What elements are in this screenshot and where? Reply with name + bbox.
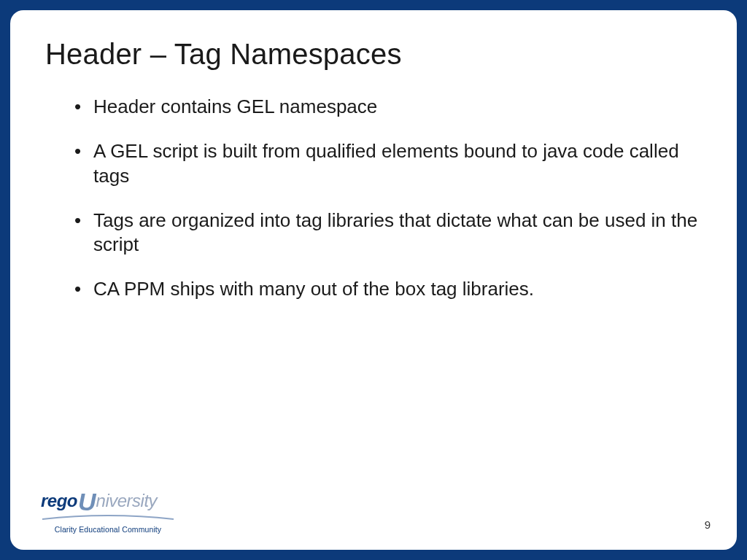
slide-card: Header – Tag Namespaces Header contains …: [10, 10, 737, 550]
list-item: A GEL script is built from qualified ele…: [74, 139, 702, 188]
logo-text-rego: rego: [41, 491, 77, 511]
swoosh-icon: [41, 514, 175, 521]
list-item: Header contains GEL namespace: [74, 95, 702, 119]
slide-title: Header – Tag Namespaces: [45, 38, 702, 70]
bullet-list: Header contains GEL namespace A GEL scri…: [45, 95, 702, 302]
page-number: 9: [705, 518, 711, 531]
list-item: Tags are organized into tag libraries th…: [74, 209, 702, 257]
logo-tagline: Clarity Educational Community: [41, 525, 175, 534]
brand-logo: rego U niversity Clarity Educational Com…: [41, 490, 187, 534]
slide-frame: Header – Tag Namespaces Header contains …: [0, 0, 747, 560]
logo-text-u: U: [78, 491, 96, 513]
logo-wordmark: rego U niversity: [41, 490, 187, 511]
logo-text-niversity: niversity: [96, 491, 158, 511]
list-item: CA PPM ships with many out of the box ta…: [74, 277, 702, 301]
